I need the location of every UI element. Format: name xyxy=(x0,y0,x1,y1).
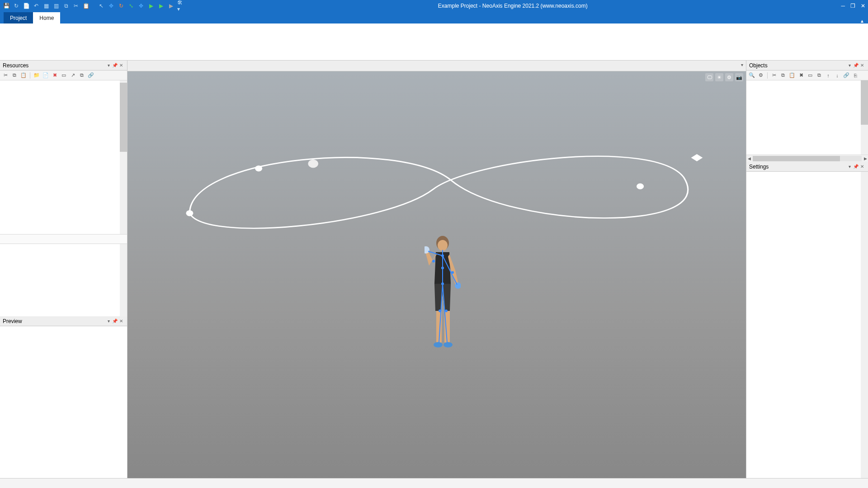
resources-panel-title: Resources xyxy=(3,62,28,69)
new-file-icon[interactable]: 📄 xyxy=(42,72,49,79)
panel-pin-icon[interactable]: 📌 xyxy=(112,63,118,68)
ribbon-collapse-icon[interactable]: ▲ xyxy=(860,19,864,23)
delete-icon[interactable]: ✖ xyxy=(797,72,805,79)
new-folder-icon[interactable]: 📁 xyxy=(33,72,40,79)
objects-toolbar: 🔍 ⚙ ✂ ⧉ 📋 ✖ ▭ ⧉ ↑ ↓ 🔗 ⎘ xyxy=(746,70,868,80)
status-bar xyxy=(0,478,868,488)
svg-point-5 xyxy=(438,240,448,251)
breadcrumb[interactable] xyxy=(0,234,127,244)
resources-toolbar: ✂ ⧉ 📋 📁 📄 ✖ ▭ ↗ ⧉ 🔗 xyxy=(0,70,127,80)
paste-icon[interactable]: 📋 xyxy=(20,72,27,79)
svg-point-23 xyxy=(445,310,448,312)
svg-point-20 xyxy=(432,260,435,263)
qat-new-icon[interactable]: 📄 xyxy=(23,2,30,9)
panel-close-icon[interactable]: ✕ xyxy=(118,319,124,324)
scrollbar[interactable] xyxy=(861,80,868,155)
tabs-dropdown-icon[interactable]: ▾ xyxy=(741,62,743,67)
editor-tabs: ▾ xyxy=(127,61,746,71)
preview-panel-title: Preview xyxy=(3,318,22,324)
ribbon xyxy=(0,23,868,61)
svg-point-17 xyxy=(441,254,444,257)
svg-point-3 xyxy=(637,183,644,189)
panel-close-icon[interactable]: ✕ xyxy=(859,164,865,169)
view-mode-icon[interactable]: 🖵 xyxy=(705,73,713,81)
qat-grid-icon[interactable]: ▦ xyxy=(42,2,50,9)
qat-play3-icon[interactable]: ▶ xyxy=(167,2,175,9)
filter-icon[interactable]: 🔍 xyxy=(748,72,755,79)
qat-tile-icon[interactable]: ▥ xyxy=(52,2,60,9)
resources-tree[interactable] xyxy=(0,80,127,234)
rename-icon[interactable]: ▭ xyxy=(60,72,67,79)
scrollbar[interactable] xyxy=(120,80,127,234)
menu-tabs: Project Home ▲ xyxy=(0,12,868,23)
copy-icon[interactable]: ⧉ xyxy=(779,72,787,79)
qat-settings-icon[interactable]: 🛠▾ xyxy=(177,2,184,9)
hscrollbar[interactable]: ◀ ▶ xyxy=(746,155,868,162)
resources-panel-header: Resources ▾ 📌 ✕ xyxy=(0,61,127,70)
panel-pin-icon[interactable]: 📌 xyxy=(853,164,859,169)
dup-icon[interactable]: ⧉ xyxy=(816,72,823,79)
svg-point-19 xyxy=(441,282,444,285)
objects-panel-header: Objects ▾ 📌 ✕ xyxy=(746,61,868,70)
motion-path xyxy=(146,145,727,234)
qat-axis-icon[interactable]: ✥ xyxy=(137,2,145,9)
maximize-button[interactable]: ❐ xyxy=(850,3,855,9)
panel-dropdown-icon[interactable]: ▾ xyxy=(105,319,112,324)
scene-viewport[interactable]: 🖵 ☀ ⚙ 📷 xyxy=(127,71,746,478)
qat-scale-icon[interactable]: ⤡ xyxy=(127,2,135,9)
camera-icon[interactable]: 📷 xyxy=(735,73,743,81)
thumbnails-panel[interactable] xyxy=(0,244,127,316)
rename-icon[interactable]: ▭ xyxy=(807,72,814,79)
qat-refresh-icon[interactable]: ↻ xyxy=(13,2,20,9)
gear-icon[interactable]: ⚙ xyxy=(725,73,733,81)
scrollbar[interactable] xyxy=(861,172,868,478)
panel-close-icon[interactable]: ✕ xyxy=(859,63,865,68)
menu-tab-home[interactable]: Home xyxy=(33,12,60,23)
panel-close-icon[interactable]: ✕ xyxy=(118,63,124,68)
qat-play2-icon[interactable]: ▶ xyxy=(157,2,165,9)
viewport-toolbar: 🖵 ☀ ⚙ 📷 xyxy=(705,73,743,81)
panel-pin-icon[interactable]: 📌 xyxy=(112,319,118,324)
delete-icon[interactable]: ✖ xyxy=(51,72,58,79)
qat-move-icon[interactable]: ✥ xyxy=(108,2,115,9)
move-icon[interactable]: ↗ xyxy=(69,72,76,79)
ref-icon[interactable]: ⎘ xyxy=(852,72,859,79)
minimize-button[interactable]: ─ xyxy=(841,3,845,9)
scrollbar[interactable] xyxy=(120,244,127,316)
svg-point-18 xyxy=(441,267,444,269)
svg-point-8 xyxy=(434,342,443,347)
qat-cut-icon[interactable]: ✂ xyxy=(72,2,80,9)
qat-undo-icon[interactable]: ↶ xyxy=(33,2,40,9)
qat-save-icon[interactable]: 💾 xyxy=(3,2,10,9)
svg-point-9 xyxy=(443,342,453,347)
light-icon[interactable]: ☀ xyxy=(715,73,723,81)
qat-select-icon[interactable]: ↖ xyxy=(98,2,105,9)
down-icon[interactable]: ↓ xyxy=(834,72,841,79)
menu-project[interactable]: Project xyxy=(4,12,33,23)
cut-icon[interactable]: ✂ xyxy=(2,72,9,79)
copy2-icon[interactable]: ⧉ xyxy=(78,72,85,79)
close-button[interactable]: ✕ xyxy=(861,3,865,9)
cut-icon[interactable]: ✂ xyxy=(770,72,778,79)
link-icon[interactable]: 🔗 xyxy=(87,72,94,79)
qat-paste-icon[interactable]: 📋 xyxy=(82,2,90,9)
gear-icon[interactable]: ⚙ xyxy=(757,72,764,79)
up-icon[interactable]: ↑ xyxy=(825,72,832,79)
preview-panel xyxy=(0,326,127,478)
copy-icon[interactable]: ⧉ xyxy=(11,72,18,79)
panel-dropdown-icon[interactable]: ▾ xyxy=(105,63,112,68)
title-bar: 💾 ↻ 📄 ↶ ▦ ▥ ⧉ ✂ 📋 ↖ ✥ ↻ ⤡ ✥ ▶ ▶ ▶ 🛠▾ Exa… xyxy=(0,0,868,12)
panel-dropdown-icon[interactable]: ▾ xyxy=(846,63,853,68)
link-icon[interactable]: 🔗 xyxy=(843,72,850,79)
quick-access-toolbar: 💾 ↻ 📄 ↶ ▦ ▥ ⧉ ✂ 📋 ↖ ✥ ↻ ⤡ ✥ ▶ ▶ ▶ 🛠▾ xyxy=(3,2,184,9)
qat-copy-icon[interactable]: ⧉ xyxy=(62,2,70,9)
settings-panel[interactable] xyxy=(746,172,868,478)
panel-dropdown-icon[interactable]: ▾ xyxy=(846,164,853,169)
character-model xyxy=(425,234,461,361)
qat-rotate-icon[interactable]: ↻ xyxy=(118,2,125,9)
objects-tree[interactable] xyxy=(746,80,868,155)
paste-icon[interactable]: 📋 xyxy=(788,72,796,79)
svg-point-1 xyxy=(255,165,262,171)
qat-play-icon[interactable]: ▶ xyxy=(147,2,155,9)
panel-pin-icon[interactable]: 📌 xyxy=(853,63,859,68)
